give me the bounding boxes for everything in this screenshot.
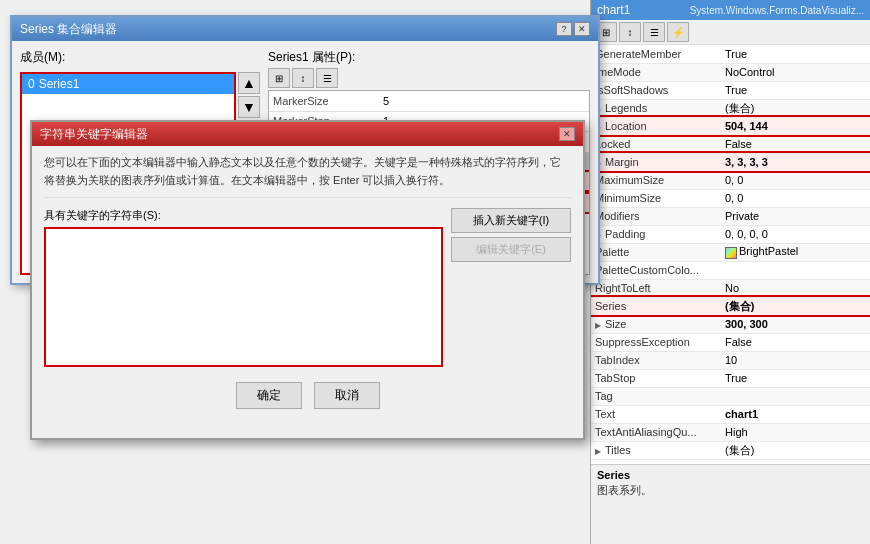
prop-value: Private	[721, 207, 870, 225]
prop-name: RightToLeft	[591, 279, 721, 297]
keyword-editor-dialog: 字符串关键字编辑器 ✕ 您可以在下面的文本编辑器中输入静态文本以及任意个数的关键…	[30, 120, 585, 440]
prop-name: ▶ Size	[591, 315, 721, 333]
keyword-close-btn[interactable]: ✕	[559, 127, 575, 141]
table-row: ▶ Padding0, 0, 0, 0	[591, 225, 870, 243]
add-member-btn[interactable]: ▲	[238, 72, 260, 94]
prop-name: Tag	[591, 387, 721, 405]
prop-name: ▶ Margin	[591, 153, 721, 171]
table-row: PaletteCustomColo...	[591, 261, 870, 279]
edit-keyword-btn[interactable]: 编辑关键字(E)	[451, 237, 571, 262]
table-row: GenerateMemberTrue	[591, 45, 870, 63]
series-editor-titlebar: Series 集合编辑器 ? ✕	[12, 17, 598, 41]
keyword-right-panel: 插入新关键字(I) 编辑关键字(E)	[451, 208, 571, 370]
keyword-description: 您可以在下面的文本编辑器中输入静态文本以及任意个数的关键字。关键字是一种特殊格式…	[44, 154, 571, 198]
pages-btn[interactable]: ☰	[643, 22, 665, 42]
props-toolbar: ⊞ ↕ ☰ ⚡	[591, 20, 870, 45]
prop-value: False	[721, 135, 870, 153]
series-page-btn[interactable]: ☰	[316, 68, 338, 88]
prop-value: BrightPastel	[721, 243, 870, 261]
table-row: IsSoftShadowsTrue	[591, 81, 870, 99]
prop-value: No	[721, 279, 870, 297]
prop-name: Text	[591, 405, 721, 423]
insert-keyword-btn[interactable]: 插入新关键字(I)	[451, 208, 571, 233]
prop-value: True	[721, 369, 870, 387]
class-name: System.Windows.Forms.DataVisualiz...	[690, 5, 864, 16]
table-row: SuppressExceptionFalse	[591, 333, 870, 351]
table-row: ▶ Titles(集合)	[591, 441, 870, 459]
properties-list: GenerateMemberTrueImeModeNoControlIsSoft…	[591, 45, 870, 464]
property-description: Series 图表系列。	[591, 464, 870, 544]
keyword-editor-title: 字符串关键字编辑器	[40, 126, 148, 143]
prop-value: 0, 0	[721, 189, 870, 207]
selected-prop-desc: 图表系列。	[597, 483, 864, 498]
prop-value: 504, 144	[721, 117, 870, 135]
prop-name: TextAntiAliasingQu...	[591, 423, 721, 441]
close-btn[interactable]: ✕	[574, 22, 590, 36]
selected-prop-name: Series	[597, 469, 864, 481]
properties-panel: chart1 System.Windows.Forms.DataVisualiz…	[590, 0, 870, 544]
prop-name: GenerateMember	[591, 45, 721, 63]
alphabetical-btn[interactable]: ↕	[619, 22, 641, 42]
prop-name: Locked	[591, 135, 721, 153]
events-btn[interactable]: ⚡	[667, 22, 689, 42]
table-row: Tag	[591, 387, 870, 405]
prop-name: ▶ Titles	[591, 441, 721, 459]
prop-value: 3, 3, 3, 3	[721, 153, 870, 171]
properties-title: chart1 System.Windows.Forms.DataVisualiz…	[591, 0, 870, 20]
table-row: ▶ Location504, 144	[591, 117, 870, 135]
table-row: LockedFalse	[591, 135, 870, 153]
table-row: MaximumSize0, 0	[591, 171, 870, 189]
prop-name: Palette	[591, 243, 721, 261]
table-row: Series(集合)	[591, 297, 870, 315]
prop-name: Series	[591, 297, 721, 315]
prop-value: 5	[379, 91, 589, 111]
table-row: TabIndex10	[591, 351, 870, 369]
prop-name: Modifiers	[591, 207, 721, 225]
prop-value: 10	[721, 351, 870, 369]
prop-name: MinimumSize	[591, 189, 721, 207]
prop-value	[721, 261, 870, 279]
table-row: ModifiersPrivate	[591, 207, 870, 225]
prop-value: NoControl	[721, 63, 870, 81]
keyword-editor-titlebar: 字符串关键字编辑器 ✕	[32, 122, 583, 146]
prop-value: 300, 300	[721, 315, 870, 333]
prop-value: (集合)	[721, 99, 870, 117]
keyword-content-area: 具有关键字的字符串(S): 插入新关键字(I) 编辑关键字(E)	[44, 208, 571, 370]
prop-value: High	[721, 423, 870, 441]
list-item[interactable]: 0 Series1	[22, 74, 234, 94]
remove-member-btn[interactable]: ▼	[238, 96, 260, 118]
prop-name: IsSoftShadows	[591, 81, 721, 99]
series-sort-btn[interactable]: ⊞	[268, 68, 290, 88]
prop-value: 0, 0	[721, 171, 870, 189]
prop-name: TabStop	[591, 369, 721, 387]
table-row: ▶ Margin3, 3, 3, 3	[591, 153, 870, 171]
prop-name: TabIndex	[591, 351, 721, 369]
prop-value	[721, 387, 870, 405]
confirm-btn[interactable]: 确定	[236, 382, 302, 409]
keyword-footer: 确定 取消	[44, 382, 571, 409]
keyword-list-label: 具有关键字的字符串(S):	[44, 208, 443, 223]
series-editor-title: Series 集合编辑器	[20, 21, 117, 38]
series-alpha-btn[interactable]: ↕	[292, 68, 314, 88]
table-row: RightToLeftNo	[591, 279, 870, 297]
prop-value: True	[721, 81, 870, 99]
series-props-toolbar: ⊞ ↕ ☰	[268, 68, 590, 88]
table-row: ▶ Legends(集合)	[591, 99, 870, 117]
prop-value: (集合)	[721, 297, 870, 315]
help-btn[interactable]: ?	[556, 22, 572, 36]
cancel-btn[interactable]: 取消	[314, 382, 380, 409]
table-row: TabStopTrue	[591, 369, 870, 387]
prop-name: SuppressException	[591, 333, 721, 351]
member-index: 0	[28, 77, 35, 91]
table-row: TextAntiAliasingQu...High	[591, 423, 870, 441]
prop-value: True	[721, 45, 870, 63]
members-label: 成员(M):	[20, 49, 260, 66]
prop-name: ▶ Padding	[591, 225, 721, 243]
prop-name: MarkerSize	[269, 91, 379, 111]
prop-name: ImeMode	[591, 63, 721, 81]
table-row: MinimumSize0, 0	[591, 189, 870, 207]
keyword-textarea[interactable]	[44, 227, 443, 367]
table-row: MarkerSize 5	[269, 91, 589, 111]
prop-value: 0, 0, 0, 0	[721, 225, 870, 243]
prop-value: (集合)	[721, 441, 870, 459]
